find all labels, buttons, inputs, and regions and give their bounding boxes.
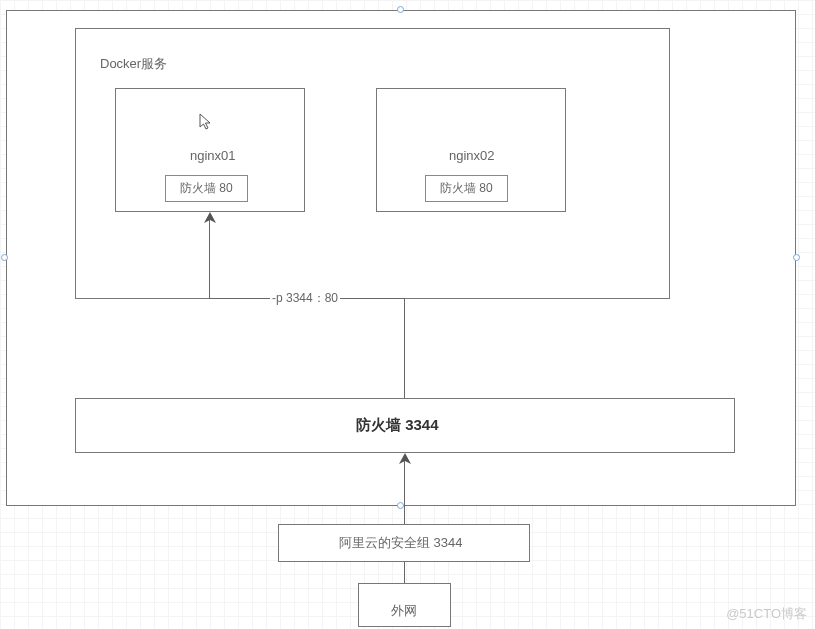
- watermark: @51CTO博客: [726, 605, 807, 623]
- aliyun-sg-label: 阿里云的安全组 3344: [339, 534, 463, 552]
- external-label: 外网: [391, 602, 417, 620]
- selection-handle[interactable]: [1, 254, 8, 261]
- cursor-icon: [199, 113, 213, 134]
- nginx01-firewall: 防火墙 80: [165, 175, 248, 202]
- selection-handle[interactable]: [397, 502, 404, 509]
- docker-group-label: Docker服务: [100, 55, 167, 73]
- edge-portmap: [404, 299, 405, 398]
- nginx01-name: nginx01: [190, 148, 236, 163]
- selection-handle[interactable]: [397, 6, 404, 13]
- nginx02-firewall: 防火墙 80: [425, 175, 508, 202]
- firewall-main-label: 防火墙 3344: [356, 416, 439, 435]
- diagram-canvas: Docker服务 nginx01 防火墙 80 nginx02 防火墙 80 防…: [0, 0, 815, 629]
- selection-handle[interactable]: [793, 254, 800, 261]
- edge-aliyun-firewall: [404, 459, 405, 524]
- edge-external-aliyun: [404, 562, 405, 583]
- nginx02-name: nginx02: [449, 148, 495, 163]
- edge-portmap: [209, 218, 210, 299]
- arrow-up-icon: [398, 453, 412, 465]
- port-mapping-label: -p 3344：80: [270, 290, 340, 307]
- arrow-up-icon: [203, 212, 217, 224]
